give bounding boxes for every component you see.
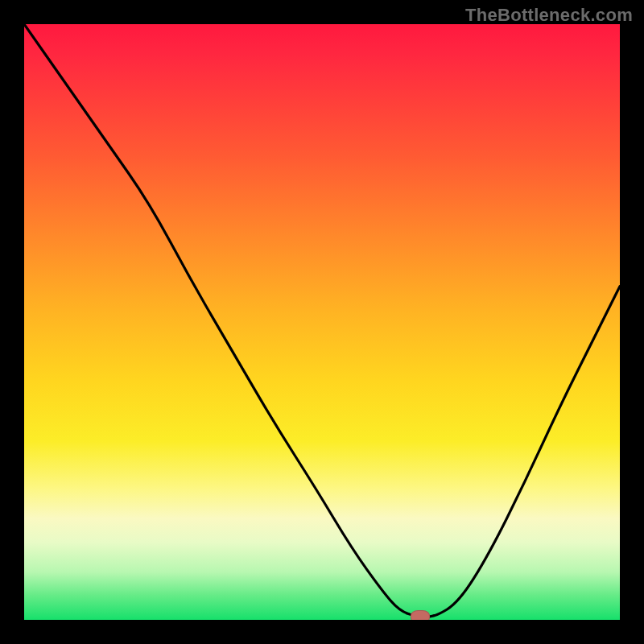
plot-area	[24, 24, 620, 620]
bottleneck-curve	[24, 24, 620, 617]
chart-container: TheBottleneck.com	[0, 0, 644, 644]
optimum-marker	[411, 610, 430, 620]
curve-svg	[24, 24, 620, 620]
watermark-text: TheBottleneck.com	[465, 5, 633, 26]
